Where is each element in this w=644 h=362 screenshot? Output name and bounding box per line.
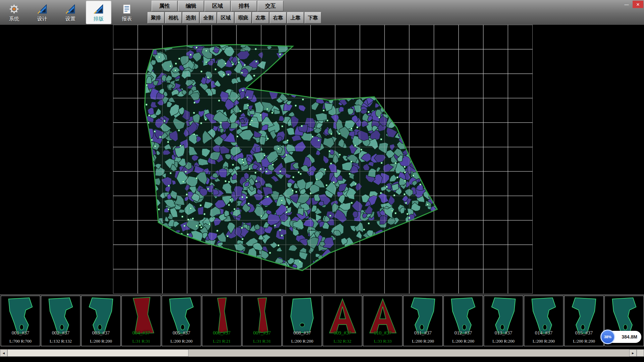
piece-name: 012_#37 <box>444 330 483 336</box>
tool-button-3[interactable]: 选割 <box>182 12 199 23</box>
app-button-4[interactable]: 排版 <box>86 1 111 24</box>
tool-button-1[interactable]: 聚排 <box>148 12 164 23</box>
report-icon <box>121 3 132 15</box>
progress-percent: 38% <box>600 329 615 344</box>
piece-thumbnail-4[interactable]: 004_#37 L:31 R:31 <box>121 296 161 346</box>
scroll-left-arrow[interactable]: ◄ <box>0 349 7 357</box>
menu-tab-1[interactable]: 属性 <box>152 1 177 11</box>
scrollbar-track[interactable] <box>7 349 629 357</box>
tool-button-4[interactable]: 全割 <box>200 12 217 23</box>
app-button-label: 设置 <box>65 16 75 22</box>
piece-shape <box>485 297 522 335</box>
piece-shape <box>324 297 361 335</box>
piece-shape <box>203 297 240 335</box>
app-button-label: 报表 <box>122 16 132 22</box>
ribbon-toolbar: 系统 设计 设置 排版 报表 属性编辑区域排料交互 聚排相机选割全割区域瑕疵左靠… <box>0 0 644 25</box>
piece-name: 015_#37 <box>565 330 603 336</box>
piece-shape <box>83 297 119 335</box>
piece-counts: L:200 R:200 <box>565 339 603 344</box>
tool-button-8[interactable]: 右靠 <box>270 12 286 23</box>
menu-tab-2[interactable]: 编辑 <box>178 1 204 11</box>
app-launcher-bar: 系统 设计 设置 排版 报表 <box>0 0 143 25</box>
piece-shape <box>606 297 643 335</box>
piece-counts: L:200 R:200 <box>162 339 201 344</box>
piece-shape <box>163 297 200 335</box>
tool-button-6[interactable]: 瑕疵 <box>235 12 252 23</box>
tool-button-5[interactable]: 区域 <box>217 12 234 23</box>
menu-tab-row: 属性编辑区域排料交互 <box>152 1 321 11</box>
piece-name: 002_#37 <box>41 330 80 336</box>
piece-thumbnail-1[interactable]: 001_#37 L:700 R:700 <box>1 296 40 346</box>
tool-button-7[interactable]: 左靠 <box>252 12 269 23</box>
piece-name: 007_#37 <box>243 330 281 336</box>
piece-thumbnail-14[interactable]: 014_#37 L:200 R:200 <box>524 296 564 346</box>
piece-counts: L:132 R:132 <box>41 339 80 344</box>
piece-thumbnail-7[interactable]: 007_#37 L:31 R:31 <box>242 296 282 346</box>
piece-thumbnail-10[interactable]: 010_#37 L:33 R:33 <box>363 296 402 346</box>
piece-counts: L:200 R:200 <box>484 339 523 344</box>
piece-name: 006_#37 <box>202 330 241 336</box>
piece-shape <box>405 297 441 335</box>
piece-counts: L:200 R:200 <box>283 339 322 344</box>
app-button-1[interactable]: 系统 <box>1 1 27 24</box>
piece-thumbnail-strip: 001_#37 L:700 R:700 002_#37 L:132 R:132 … <box>0 295 644 347</box>
piece-thumbnail-6[interactable]: 006_#37 L:21 R:21 <box>202 296 241 346</box>
piece-counts: L:700 R:700 <box>1 339 40 344</box>
piece-thumbnail-13[interactable]: 013_#37 L:200 R:200 <box>484 296 523 346</box>
piece-counts: L:200 R:200 <box>404 339 442 344</box>
menu-tab-4[interactable]: 排料 <box>231 1 257 11</box>
gear-icon <box>8 3 20 15</box>
app-button-2[interactable]: 设计 <box>30 1 55 24</box>
piece-counts: L:200 R:200 <box>82 339 120 344</box>
scroll-right-arrow[interactable]: ► <box>629 349 637 357</box>
close-button[interactable]: ✕ <box>633 1 643 8</box>
piece-thumbnail-15[interactable]: 015_#37 L:200 R:200 <box>564 296 604 346</box>
piece-shape <box>525 297 562 335</box>
piece-counts: L:31 R:31 <box>122 339 161 344</box>
piece-thumbnail-5[interactable]: 005_#37 L:200 R:200 <box>162 296 201 346</box>
piece-name: 004_#37 <box>122 330 161 336</box>
piece-thumbnail-3[interactable]: 003_#37 L:200 R:200 <box>81 296 121 346</box>
square-icon <box>65 3 76 15</box>
piece-shape <box>42 297 79 335</box>
piece-thumbnail-8[interactable]: 008_#37 L:200 R:200 <box>282 296 322 346</box>
piece-shape <box>2 297 39 335</box>
app-button-label: 设计 <box>37 16 47 22</box>
piece-name: 013_#37 <box>484 330 523 336</box>
piece-thumbnail-2[interactable]: 002_#37 L:132 R:132 <box>41 296 80 346</box>
menu-tab-3[interactable]: 区域 <box>205 1 230 11</box>
piece-shape <box>566 297 602 335</box>
piece-thumbnail-9[interactable]: 009_#37 L:32 R:32 <box>323 296 362 346</box>
tool-button-row: 聚排相机选割全割区域瑕疵左靠右靠上靠下靠 <box>148 12 321 23</box>
tool-button-2[interactable]: 相机 <box>165 12 182 23</box>
scrollbar-thumb[interactable] <box>7 349 189 357</box>
minimize-button[interactable]: — <box>621 1 632 8</box>
piece-counts: L:32 R:32 <box>323 339 362 344</box>
piece-counts: L:21 R:21 <box>202 339 241 344</box>
menu-area: 属性编辑区域排料交互 聚排相机选割全割区域瑕疵左靠右靠上靠下靠 <box>143 0 321 25</box>
app-window: 系统 设计 设置 排版 报表 属性编辑区域排料交互 聚排相机选割全割区域瑕疵左靠… <box>0 0 644 362</box>
tool-button-10[interactable]: 下靠 <box>305 12 321 23</box>
menu-tab-5[interactable]: 交互 <box>258 1 283 11</box>
horizontal-scrollbar[interactable]: ◄ ► <box>0 349 644 357</box>
piece-thumbnail-11[interactable]: 011_#37 L:200 R:200 <box>403 296 443 346</box>
piece-thumbnail-12[interactable]: 012_#37 L:200 R:200 <box>443 296 483 346</box>
piece-shape <box>123 297 160 335</box>
piece-counts: L:33 R:33 <box>363 339 402 344</box>
app-button-label: 系统 <box>9 16 19 22</box>
piece-name: 003_#37 <box>82 330 120 336</box>
piece-shape <box>364 297 401 335</box>
app-button-label: 排版 <box>94 16 104 22</box>
workspace <box>0 25 644 295</box>
piece-shape <box>244 297 280 335</box>
tool-button-9[interactable]: 上靠 <box>287 12 304 23</box>
square-icon <box>93 3 104 15</box>
piece-name: 009_#37 <box>323 330 362 336</box>
nesting-canvas[interactable] <box>113 25 533 294</box>
piece-counts: L:200 R:200 <box>524 339 563 344</box>
piece-shape <box>284 297 321 335</box>
app-button-5[interactable]: 报表 <box>114 1 140 24</box>
piece-shape <box>445 297 482 335</box>
app-button-3[interactable]: 设置 <box>58 1 83 24</box>
scrollbar-corner <box>637 349 644 357</box>
